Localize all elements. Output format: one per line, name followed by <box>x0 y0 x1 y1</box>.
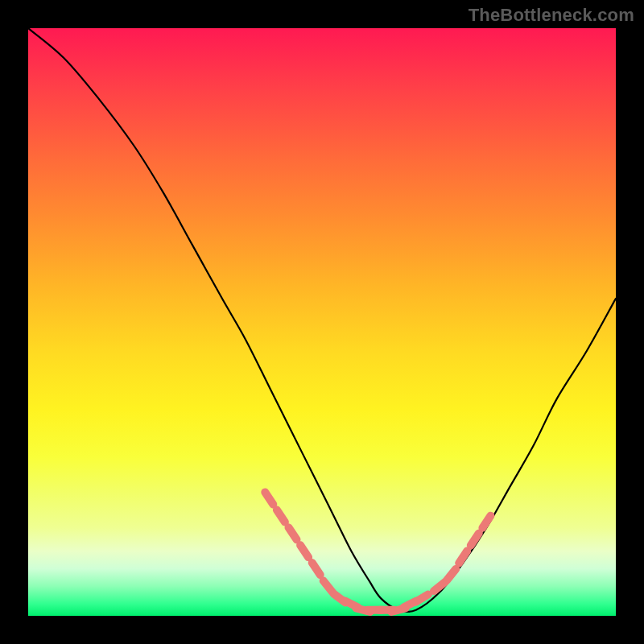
curve-marker <box>459 551 467 564</box>
curve-marker <box>300 545 308 557</box>
curve-marker <box>447 569 456 580</box>
curve-marker <box>471 534 479 546</box>
plot-area <box>28 28 616 616</box>
curve-marker <box>312 563 320 575</box>
curve-marker <box>289 527 297 539</box>
curve-marker <box>415 595 427 602</box>
curve-marker <box>434 582 445 591</box>
curve-svg <box>28 28 616 616</box>
bottleneck-curve <box>28 28 616 612</box>
curve-marker <box>482 516 490 528</box>
curve-marker <box>277 510 285 522</box>
chart-frame: TheBottleneck.com <box>0 0 644 644</box>
curve-marker <box>324 581 332 592</box>
curve-marker <box>265 493 273 505</box>
watermark-text: TheBottleneck.com <box>469 5 634 26</box>
